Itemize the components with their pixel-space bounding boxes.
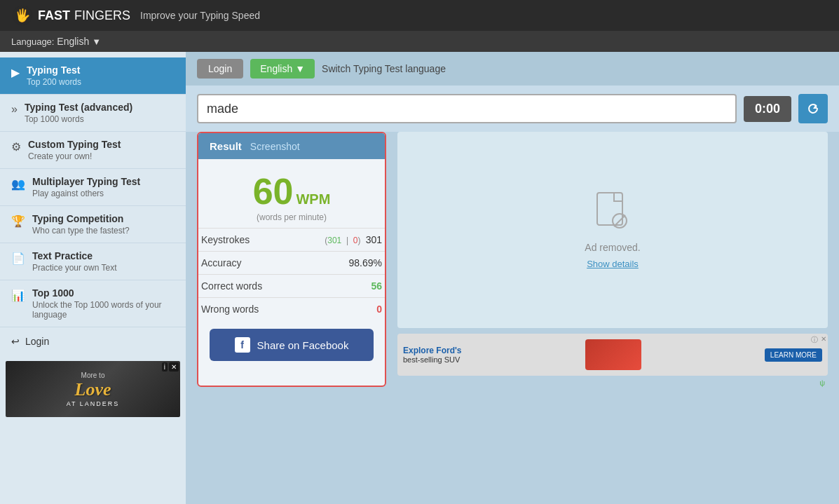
small-ad-close-button[interactable]: ✕ <box>821 335 826 343</box>
main-layout: ▶ Typing Test Top 200 words » Typing Tes… <box>0 52 839 504</box>
sidebar-item-subtitle-3: Play against others <box>32 189 140 198</box>
small-ad-cta[interactable]: LEARN MORE <box>765 348 822 362</box>
sidebar-item-subtitle-0: Top 200 words <box>27 77 81 87</box>
sidebar-item-subtitle-6: Unlock the Top 1000 words of your langua… <box>32 300 175 320</box>
english-dropdown-arrow: ▼ <box>295 63 305 74</box>
refresh-button[interactable] <box>798 94 828 123</box>
sidebar-item-title-0: Typing Test <box>27 64 81 76</box>
facebook-share-button[interactable]: f Share on Facebook <box>210 329 374 361</box>
sidebar-login[interactable]: ↩ Login <box>0 327 186 355</box>
ad-area-right: Ad removed. Show details Explore Ford's … <box>397 132 828 387</box>
sidebar-item-typing-test-advanced[interactable]: » Typing Test (advanced) Top 1000 words <box>0 95 186 132</box>
table-row-correct-words: Correct words 56 <box>198 275 385 298</box>
wrong-words-label: Wrong words <box>198 298 294 321</box>
sidebar-item-subtitle-1: Top 1000 words <box>25 114 132 124</box>
sidebar-item-title-3: Multiplayer Typing Test <box>32 176 140 187</box>
keystrokes-green: 301 <box>327 236 341 245</box>
sidebar-item-title-6: Top 1000 <box>32 287 175 299</box>
love-text: Love <box>75 379 111 400</box>
sidebar-item-subtitle-4: Who can type the fastest? <box>32 226 130 236</box>
accuracy-label: Accuracy <box>198 252 294 275</box>
wrong-words-value: 0 <box>294 298 385 321</box>
table-row-wrong-words: Wrong words 0 <box>198 298 385 321</box>
sidebar-item-title-4: Typing Competition <box>32 213 130 224</box>
login-icon: ↩ <box>11 336 20 347</box>
ad-placeholder: Ad removed. Show details <box>397 132 828 328</box>
ad-info-button[interactable]: i <box>162 362 168 372</box>
small-ad-title: Explore Ford's <box>403 346 462 355</box>
facebook-btn-label: Share on Facebook <box>257 339 349 351</box>
play-icon: ▶ <box>11 66 20 79</box>
result-card-header: Result Screenshot <box>198 133 385 159</box>
svg-rect-2 <box>597 193 622 225</box>
sidebar-item-competition[interactable]: 🏆 Typing Competition Who can type the fa… <box>0 206 186 243</box>
logo-icon: 🖐 <box>11 4 34 27</box>
logo-fast: FAST <box>38 8 70 23</box>
lang-dropdown-arrow[interactable]: ▼ <box>92 36 101 47</box>
sidebar-item-multiplayer[interactable]: 👥 Multiplayer Typing Test Play against o… <box>0 169 186 206</box>
login-button[interactable]: Login <box>197 59 243 79</box>
sidebar-item-subtitle-5: Practice your own Text <box>32 263 117 273</box>
result-label: Result <box>210 140 242 152</box>
trophy-icon: 🏆 <box>11 214 25 228</box>
stats-table: Keystrokes (301 | 0) 301 Accuracy <box>198 228 385 320</box>
chart-icon: 📊 <box>11 289 25 302</box>
sidebar-item-title-1: Typing Test (advanced) <box>25 102 132 113</box>
gear-icon: ⚙ <box>11 140 21 154</box>
wpm-display: 60 WPM (words per minute) <box>198 159 385 228</box>
accuracy-value: 98.69% <box>294 252 385 275</box>
lang-selected[interactable]: English <box>57 36 89 47</box>
ad-removed-text: Ad removed. <box>585 242 640 253</box>
logo-tagline: Improve your Typing Speed <box>140 10 260 21</box>
double-chevron-icon: » <box>11 103 18 116</box>
english-button[interactable]: English ▼ <box>250 59 315 79</box>
ad-removed-icon <box>594 191 631 236</box>
refresh-icon <box>806 102 820 116</box>
keystrokes-detail: (301 | 0) <box>325 236 363 245</box>
keystrokes-total: 301 <box>366 234 382 245</box>
keystrokes-label: Keystrokes <box>198 229 294 252</box>
sidebar-item-subtitle-2: Create your own! <box>28 151 121 161</box>
more-to-text: More to <box>81 372 105 379</box>
table-row-accuracy: Accuracy 98.69% <box>198 252 385 275</box>
logo-fingers: FINGERS <box>74 8 130 23</box>
lang-label: Language: <box>11 36 54 47</box>
ad-close-button[interactable]: ✕ <box>169 362 179 372</box>
results-area: Result Screenshot 60 WPM (words per minu… <box>186 132 839 398</box>
multiplayer-icon: 👥 <box>11 177 25 191</box>
sidebar: ▶ Typing Test Top 200 words » Typing Tes… <box>0 52 186 504</box>
screenshot-button[interactable]: Screenshot <box>250 141 300 152</box>
sidebar-ad: More to Love AT LANDERS i ✕ <box>6 361 180 417</box>
small-ad-info-button[interactable]: ⓘ <box>811 335 818 345</box>
sidebar-item-custom-typing-test[interactable]: ⚙ Custom Typing Test Create your own! <box>0 132 186 169</box>
typing-area: 0:00 <box>186 86 839 132</box>
switch-text: Switch Typing Test language <box>322 63 446 74</box>
timer-display: 0:00 <box>744 96 791 122</box>
table-row-keystrokes: Keystrokes (301 | 0) 301 <box>198 229 385 252</box>
facebook-icon: f <box>235 337 250 353</box>
correct-words-value: 56 <box>294 275 385 298</box>
landers-text: AT LANDERS <box>67 400 120 407</box>
typing-input[interactable] <box>197 94 737 123</box>
sidebar-item-text-practice[interactable]: 📄 Text Practice Practice your own Text <box>0 243 186 280</box>
wpm-unit: WPM <box>296 191 330 207</box>
sidebar-item-top-1000[interactable]: 📊 Top 1000 Unlock the Top 1000 words of … <box>0 280 186 327</box>
content-top-bar: Login English ▼ Switch Typing Test langu… <box>186 52 839 86</box>
english-label: English <box>260 63 292 74</box>
sidebar-item-title-2: Custom Typing Test <box>28 139 121 150</box>
sidebar-item-title-5: Text Practice <box>32 250 117 261</box>
keystrokes-red: 0 <box>353 236 358 245</box>
small-ad-subtitle: best-selling SUV <box>403 355 462 364</box>
small-ad-car-image <box>585 339 641 370</box>
svg-text:🖐: 🖐 <box>15 8 31 23</box>
top-nav: 🖐 FASTFINGERS Improve your Typing Speed <box>0 0 839 31</box>
sidebar-item-typing-test[interactable]: ▶ Typing Test Top 200 words <box>0 57 186 95</box>
show-details-link[interactable]: Show details <box>587 259 639 269</box>
small-ad-bar: Explore Ford's best-selling SUV LEARN MO… <box>397 334 828 376</box>
document-icon: 📄 <box>11 252 25 265</box>
result-card: Result Screenshot 60 WPM (words per minu… <box>197 132 386 387</box>
keystrokes-value: (301 | 0) 301 <box>294 229 385 252</box>
wpm-description: (words per minute) <box>205 212 378 222</box>
frogfoot-icon: ψ <box>397 379 828 387</box>
wpm-number: 60 <box>253 171 294 212</box>
